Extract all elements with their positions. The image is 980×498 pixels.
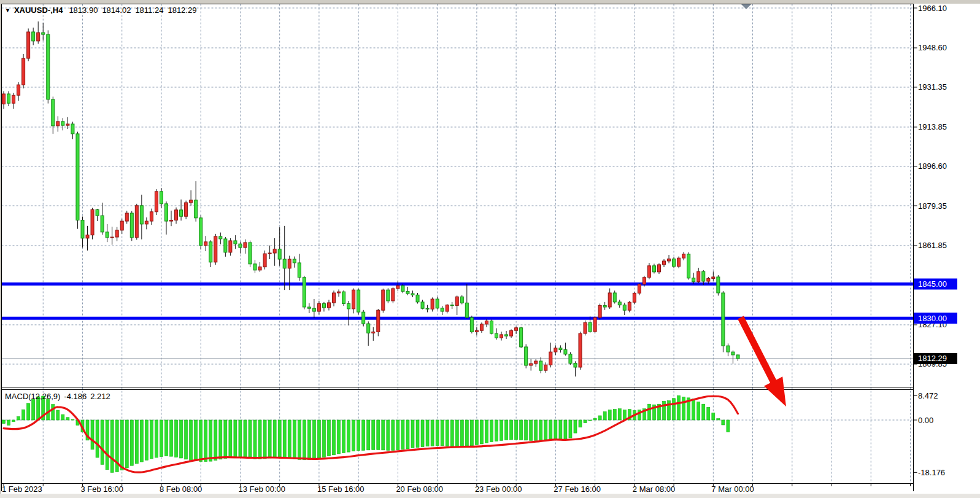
- candle-body-bull: [638, 284, 641, 293]
- candle-body-bull: [712, 277, 715, 279]
- candle-body-bear: [569, 354, 572, 364]
- candle-body-bear: [342, 292, 345, 303]
- candle-body-bull: [91, 210, 94, 235]
- window-bottom-edge: [0, 494, 980, 498]
- macd-histogram-bar: [7, 420, 10, 425]
- candle-body-bear: [727, 346, 730, 352]
- macd-histogram-bar: [618, 409, 621, 420]
- macd-histogram-bar: [347, 420, 350, 452]
- candle-body-bull: [485, 321, 488, 324]
- price-tick-label: 1966.10: [918, 4, 947, 13]
- candle-body-bull: [150, 212, 153, 221]
- candle-body-bull: [677, 258, 681, 267]
- macd-histogram-bar: [559, 420, 562, 440]
- candle-body-bear: [199, 218, 203, 246]
- macd-histogram-bar: [145, 420, 148, 460]
- macd-histogram-bar: [682, 397, 685, 420]
- macd-histogram-bar: [317, 420, 320, 458]
- candle-body-bull: [431, 299, 434, 309]
- macd-histogram-bar: [27, 403, 30, 420]
- candle-body-bear: [603, 305, 606, 307]
- candle-body-bear: [209, 242, 212, 262]
- macd-histogram-bar: [101, 420, 104, 464]
- candle-body-bear: [470, 317, 473, 332]
- candle-body-bear: [219, 236, 222, 239]
- macd-histogram-bar: [12, 420, 15, 422]
- symbol-dropdown-icon[interactable]: ▼: [5, 7, 10, 14]
- candle-body-bull: [110, 237, 114, 238]
- candle-body-bull: [317, 303, 320, 311]
- macd-histogram-bar: [56, 410, 60, 420]
- candle-body-bear: [613, 293, 616, 302]
- macd-histogram-bar: [510, 420, 513, 440]
- macd-histogram-bar: [229, 420, 232, 457]
- time-tick-label: 13 Feb 00:00: [238, 484, 285, 494]
- candle-body-bear: [539, 361, 542, 370]
- candle-body-bear: [441, 308, 444, 311]
- symbol-period-label: XAUUSD-,H4: [14, 6, 63, 15]
- price-tick-label: 1913.85: [918, 122, 947, 131]
- window-left-edge: [0, 4, 1, 494]
- macd-histogram-bar: [338, 420, 341, 454]
- candle-body-bull: [258, 267, 261, 270]
- macd-histogram-bar: [584, 420, 587, 423]
- candle-body-bear: [61, 122, 64, 125]
- macd-histogram-bar: [377, 420, 380, 449]
- candle-body-bull: [333, 293, 336, 303]
- candle-body-bear: [465, 303, 468, 317]
- macd-histogram-bar: [455, 420, 458, 446]
- macd-histogram-bar: [244, 420, 247, 458]
- candle-body-bull: [273, 249, 276, 253]
- candle-body-bear: [559, 348, 562, 350]
- macd-histogram-bar: [574, 420, 577, 433]
- macd-histogram-bar: [490, 420, 493, 442]
- candle-body-bull: [263, 254, 266, 267]
- macd-histogram-bar: [411, 420, 414, 448]
- macd-histogram-bar: [401, 420, 404, 449]
- macd-histogram-bar: [180, 420, 183, 458]
- macd-histogram-bar: [352, 420, 355, 451]
- macd-tick-label: 8.472: [918, 391, 938, 400]
- macd-histogram-bar: [185, 420, 188, 459]
- candle-body-bear: [160, 192, 163, 204]
- macd-value: -4.186: [64, 392, 87, 401]
- candle-body-bear: [106, 232, 109, 238]
- candle-body-bull: [382, 290, 385, 310]
- macd-histogram-bar: [579, 420, 582, 427]
- candle-body-bear: [717, 277, 720, 293]
- macd-histogram-bar: [209, 420, 212, 461]
- candle-body-bear: [303, 278, 306, 307]
- macd-histogram-bar: [214, 420, 217, 461]
- macd-histogram-bar: [663, 401, 666, 420]
- macd-tick-label: 0.00: [918, 416, 933, 425]
- macd-histogram-bar: [357, 420, 360, 451]
- macd-histogram-bar: [549, 420, 552, 439]
- candle-body-bear: [421, 302, 424, 308]
- macd-histogram-bar: [530, 420, 533, 440]
- macd-histogram-bar: [712, 413, 715, 420]
- ohlc-low: 1811.24: [135, 6, 163, 15]
- level-price-badge: 1830.00: [914, 313, 957, 324]
- candle-body-bear: [357, 290, 360, 312]
- macd-histogram-bar: [125, 420, 128, 468]
- candle-body-bull: [554, 348, 557, 352]
- candle-body-bull: [530, 364, 533, 365]
- macd-histogram-bar: [396, 420, 399, 450]
- macd-histogram-bar: [717, 419, 720, 420]
- macd-histogram-bar: [495, 420, 498, 441]
- macd-histogram-bar: [520, 420, 523, 440]
- candle-body-bear: [460, 297, 463, 303]
- macd-histogram-bar: [170, 420, 173, 456]
- candlestick-chart-canvas[interactable]: 1966.101948.601931.351913.851896.601879.…: [0, 0, 980, 498]
- time-tick-label: 7 Mar 00:00: [711, 484, 754, 494]
- time-tick-label: 23 Feb 00:00: [475, 484, 522, 494]
- time-tick-label: 2 Mar 08:00: [633, 484, 675, 494]
- candle-body-bull: [682, 254, 685, 258]
- candle-body-bull: [534, 361, 538, 364]
- candle-body-bear: [722, 293, 725, 346]
- price-tick-label: 1931.35: [918, 82, 947, 91]
- candle-body-bull: [446, 305, 449, 311]
- macd-histogram-bar: [135, 420, 138, 464]
- macd-histogram-bar: [96, 420, 99, 457]
- macd-histogram-bar: [603, 411, 606, 420]
